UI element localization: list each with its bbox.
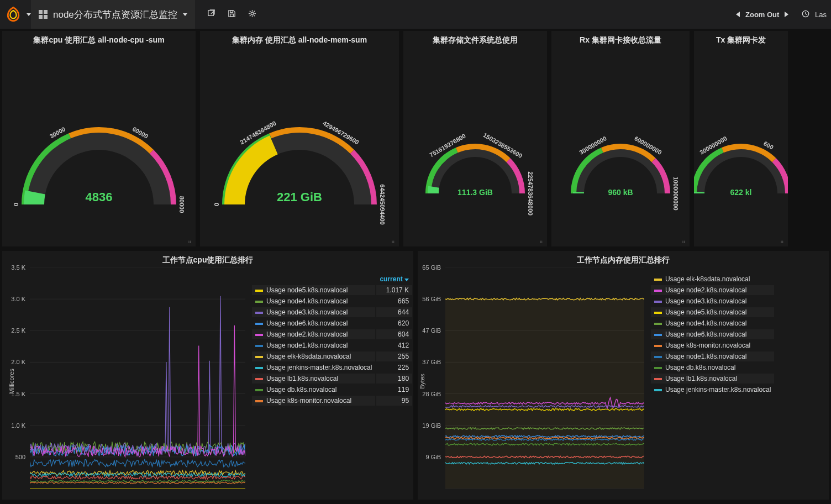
- legend-row[interactable]: Usage node4.k8s.novalocal: [651, 318, 774, 328]
- legend-value: 225: [376, 363, 412, 372]
- legend-row[interactable]: Usage node6.k8s.novalocal620: [252, 318, 412, 328]
- legend-label: Usage lb1.k8s.novalocal: [252, 374, 375, 384]
- gauge-value: 221 GiB: [200, 190, 399, 204]
- save-icon[interactable]: [228, 9, 236, 19]
- gauge-panel[interactable]: Rx 集群网卡接收总流量960 kB3000000006000000001000…: [551, 31, 690, 246]
- resize-handle[interactable]: ⠶: [682, 239, 686, 244]
- legend-label: Usage db.k8s.novalocal: [252, 385, 375, 395]
- legend-row[interactable]: Usage lb1.k8s.novalocal180: [252, 374, 412, 384]
- legend-row[interactable]: Usage db.k8s.novalocal: [651, 363, 774, 372]
- y-axis-label: Millicores: [8, 369, 15, 394]
- dashboard-icon: [39, 10, 48, 19]
- y-tick: 28 GiB: [422, 391, 441, 397]
- legend-label: Usage k8s-monitor.novalocal: [252, 396, 375, 406]
- y-tick: 19 GiB: [422, 422, 441, 429]
- y-tick: 2.0 K: [11, 359, 25, 365]
- legend-label: Usage jenkins-master.k8s.novalocal: [651, 385, 774, 395]
- y-tick: 47 GiB: [422, 327, 441, 334]
- gauge-row: 集群cpu 使用汇总 all-node-cpu -sum483603000060…: [0, 29, 831, 249]
- panel-title: 集群cpu 使用汇总 all-node-cpu -sum: [2, 31, 196, 50]
- legend-label: Usage node4.k8s.novalocal: [252, 296, 375, 306]
- legend-row[interactable]: Usage db.k8s.novalocal119: [252, 385, 412, 395]
- graph-panel[interactable]: 工作节点cpu使用汇总排行5001.0 K1.5 K2.0 K2.5 K3.0 …: [2, 251, 413, 500]
- legend-label: Usage node2.k8s.novalocal: [651, 285, 774, 295]
- legend-label: Usage elk-k8sdata.novalocal: [651, 274, 774, 284]
- legend-value: 620: [376, 318, 412, 328]
- panel-title: Rx 集群网卡接收总流量: [551, 31, 690, 50]
- legend-row[interactable]: Usage lb1.k8s.novalocal: [651, 374, 774, 384]
- gauge-value: 622 kl: [694, 188, 788, 197]
- legend-row[interactable]: Usage k8s-monitor.novalocal95: [252, 396, 412, 406]
- legend-row[interactable]: Usage elk-k8sdata.novalocal: [651, 274, 774, 284]
- gauge-value: 4836: [2, 190, 196, 204]
- gauge-tick: 0: [213, 203, 220, 206]
- legend-value: 604: [376, 329, 412, 339]
- gauge-panel[interactable]: Tx 集群网卡发622 kl300000000600⠶: [694, 31, 788, 246]
- svg-rect-0: [39, 10, 43, 14]
- grafana-logo[interactable]: [0, 0, 27, 29]
- legend-label: Usage node5.k8s.novalocal: [252, 285, 375, 295]
- legend-row[interactable]: Usage node1.k8s.novalocal: [651, 351, 774, 361]
- plot-area: [30, 267, 245, 489]
- legend-label: Usage node3.k8s.novalocal: [651, 296, 774, 306]
- resize-handle[interactable]: ⠶: [539, 239, 544, 244]
- legend-row[interactable]: Usage node5.k8s.novalocal: [651, 307, 774, 317]
- legend-value: 665: [376, 296, 412, 306]
- logo-dropdown-icon[interactable]: [27, 13, 31, 16]
- y-tick: 65 GiB: [422, 264, 441, 271]
- gauge-tick: 2254783648000: [527, 171, 534, 216]
- legend-table: Usage elk-k8sdata.novalocalUsage node2.k…: [650, 273, 775, 396]
- legend-label: Usage node4.k8s.novalocal: [651, 318, 774, 328]
- legend-row[interactable]: Usage elk-k8sdata.novalocal255: [252, 351, 412, 361]
- time-forward-icon[interactable]: [785, 12, 788, 17]
- settings-icon[interactable]: [248, 9, 256, 19]
- zoom-out-button[interactable]: Zoom Out: [745, 11, 779, 19]
- legend-row[interactable]: Usage node3.k8s.novalocal: [651, 296, 774, 306]
- legend-row[interactable]: Usage jenkins-master.k8s.novalocal225: [252, 363, 412, 372]
- legend-row[interactable]: Usage jenkins-master.k8s.novalocal: [651, 385, 774, 395]
- gauge-panel[interactable]: 集群存储文件系统总使用111.3 GiB75161927680015032385…: [403, 31, 547, 246]
- legend-row[interactable]: Usage node6.k8s.novalocal: [651, 329, 774, 339]
- svg-rect-4: [208, 11, 213, 15]
- legend-value: 1.017 K: [376, 285, 412, 295]
- panel-title: 集群内存 使用汇总 all-node-mem-sum: [200, 31, 399, 50]
- resize-handle[interactable]: ⠶: [780, 239, 785, 244]
- resize-handle[interactable]: ⠶: [188, 239, 192, 244]
- legend-row[interactable]: Usage node2.k8s.novalocal: [651, 285, 774, 295]
- legend-label: Usage node6.k8s.novalocal: [252, 318, 375, 328]
- gauge-tick: 0: [13, 203, 19, 206]
- gauge-panel[interactable]: 集群cpu 使用汇总 all-node-cpu -sum483603000060…: [2, 31, 196, 246]
- legend-row[interactable]: Usage node4.k8s.novalocal665: [252, 296, 412, 306]
- legend-label: Usage lb1.k8s.novalocal: [651, 374, 774, 384]
- graph-panel[interactable]: 工作节点内存使用汇总排行9 GiB19 GiB28 GiB37 GiB47 Gi…: [418, 251, 829, 500]
- gauge-panel[interactable]: 集群内存 使用汇总 all-node-mem-sum221 GiB0214748…: [200, 31, 399, 246]
- y-tick: 56 GiB: [422, 296, 441, 302]
- dashboard-title: node分布式节点资源汇总监控: [53, 8, 177, 21]
- legend-row[interactable]: Usage node3.k8s.novalocal644: [252, 307, 412, 317]
- gauge-tick: 1000000000: [672, 176, 679, 210]
- y-tick: 3.5 K: [11, 264, 25, 271]
- legend-row[interactable]: Usage k8s-monitor.novalocal: [651, 340, 774, 350]
- gauge-value: 960 kB: [551, 188, 690, 197]
- legend-row[interactable]: Usage node5.k8s.novalocal1.017 K: [252, 285, 412, 295]
- legend-label: Usage elk-k8sdata.novalocal: [252, 351, 375, 361]
- legend-row[interactable]: Usage node1.k8s.novalocal412: [252, 340, 412, 350]
- y-tick: 2.5 K: [11, 327, 25, 334]
- y-tick: 500: [15, 454, 25, 460]
- legend-value: 180: [376, 374, 412, 384]
- legend-value: 95: [376, 396, 412, 406]
- dashboard-picker[interactable]: node分布式节点资源汇总监控: [31, 0, 195, 29]
- share-icon[interactable]: [207, 9, 215, 19]
- legend-row[interactable]: Usage node2.k8s.novalocal604: [252, 329, 412, 339]
- top-navbar: node分布式节点资源汇总监控 Zoom Out Las: [0, 0, 831, 29]
- y-axis-label: Bytes: [419, 374, 425, 389]
- legend-value: 412: [376, 340, 412, 350]
- clock-icon[interactable]: [802, 10, 809, 19]
- time-back-icon[interactable]: [736, 12, 740, 17]
- svg-rect-2: [39, 15, 43, 19]
- resize-handle[interactable]: ⠶: [391, 239, 396, 244]
- panel-title: 工作节点内存使用汇总排行: [418, 251, 829, 270]
- time-range-label[interactable]: Las: [815, 11, 827, 19]
- legend-value: 119: [376, 385, 412, 395]
- legend-sort-header[interactable]: current: [376, 274, 412, 284]
